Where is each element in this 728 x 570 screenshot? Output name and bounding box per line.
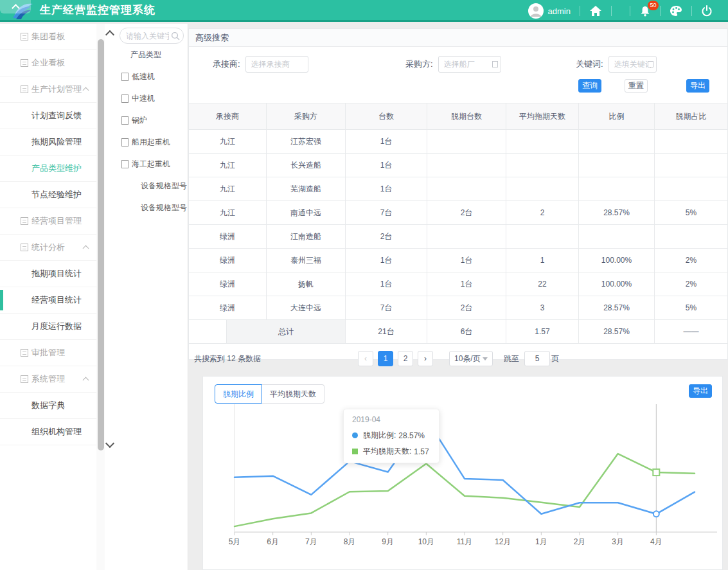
scroll-up-icon[interactable] <box>105 30 114 39</box>
x-axis-label: 6月 <box>265 537 281 547</box>
x-axis-label: 9月 <box>380 537 396 547</box>
sidebar-item-label: 节点经验维护 <box>31 189 82 200</box>
export-button[interactable]: 导出 <box>686 79 709 93</box>
table-cell: 6台 <box>427 320 506 343</box>
total-label: 总计 <box>227 320 346 343</box>
logout-button[interactable] <box>692 0 722 22</box>
table-header-row: 承接商采购方台数脱期台数平均拖期天数比例脱期占比 <box>189 103 727 130</box>
table-cell: 绿洲 <box>189 225 267 248</box>
sidebar-item-label: 拖期项目统计 <box>31 268 82 280</box>
sidebar-item-label: 经营项目统计 <box>31 294 82 306</box>
tree-item[interactable]: 船用起重机 <box>116 131 188 153</box>
table-row: 九江南通中远7台2台228.57%5% <box>189 201 727 225</box>
tree-item[interactable]: 设备规格型号 <box>116 175 188 197</box>
scrollbar-thumb[interactable] <box>98 39 104 450</box>
theme-button[interactable] <box>661 0 691 22</box>
x-axis-label: 7月 <box>303 537 319 547</box>
search-result-panel: 高级搜索 承接商: 采购方: 关键词: <box>188 28 728 360</box>
sidebar-item-label: 企业看板 <box>31 57 65 69</box>
tab-average-delay-days[interactable]: 平均脱期天数 <box>262 384 324 404</box>
menu-button[interactable] <box>612 0 630 22</box>
collapse-chevron-icon <box>12 4 20 12</box>
scroll-down-icon[interactable] <box>105 439 114 448</box>
table-cell: 22 <box>506 272 579 296</box>
sidebar-scrollbar[interactable] <box>96 24 105 570</box>
result-table: 承接商采购方台数脱期台数平均拖期天数比例脱期占比 九江江苏宏强1台九江长兴造船1… <box>189 103 727 344</box>
tree-item[interactable]: 中速机 <box>116 87 188 109</box>
user-menu[interactable]: admin <box>519 0 580 22</box>
tab-delay-ratio[interactable]: 脱期比例 <box>215 384 262 404</box>
sidebar-item[interactable]: 经营项目统计 <box>0 287 96 314</box>
page-buttons: 12 <box>378 351 418 366</box>
tree-item[interactable]: 产品类型 <box>116 44 188 66</box>
reset-button[interactable]: 重置 <box>625 79 648 93</box>
table-cell <box>579 154 655 177</box>
table-cell: 1台 <box>427 272 506 296</box>
menu-item-icon <box>21 244 28 251</box>
sidebar-item[interactable]: 经营项目管理 <box>0 208 96 235</box>
table-cell: 1台 <box>427 249 506 272</box>
tree-item[interactable]: 设备规格型号 <box>116 197 188 218</box>
next-page-button[interactable]: › <box>418 351 433 366</box>
table-cell: 1台 <box>346 154 427 177</box>
column-header: 采购方 <box>267 103 346 129</box>
prev-page-button[interactable]: ‹ <box>358 351 373 366</box>
sidebar-item[interactable]: 系统管理 <box>0 366 96 393</box>
table-cell: 芜湖造船 <box>267 177 346 200</box>
tree-item[interactable]: 锅炉 <box>116 109 188 131</box>
sidebar-item-label: 组织机构管理 <box>31 426 82 438</box>
table-cell: 扬帆 <box>267 272 346 296</box>
palette-icon <box>670 5 682 17</box>
page-size-select[interactable]: 10条/页 <box>449 351 493 366</box>
x-axis-label: 3月 <box>610 537 626 547</box>
tree-item[interactable]: 低速机 <box>116 66 188 87</box>
table-cell: 1台 <box>346 177 427 200</box>
sidebar-item[interactable]: 统计分析 <box>0 235 96 261</box>
username-label: admin <box>548 6 571 16</box>
sidebar-item-label: 统计分析 <box>31 242 65 253</box>
sidebar-item[interactable]: 月度运行数据 <box>0 314 96 340</box>
advanced-search-title: 高级搜索 <box>189 29 727 47</box>
tooltip-series2-value: 1.57 <box>414 447 429 456</box>
home-button[interactable] <box>580 0 611 22</box>
checkbox-placeholder-icon <box>121 116 129 125</box>
sidebar-item[interactable]: 节点经验维护 <box>0 182 96 208</box>
dropdown-caret-icon <box>648 61 653 67</box>
query-button[interactable]: 查询 <box>578 79 601 93</box>
table-cell: 3 <box>506 296 579 319</box>
table-cell: 28.57% <box>579 296 655 319</box>
tooltip-series2-label: 平均脱期天数: <box>363 446 411 457</box>
sidebar-item[interactable]: 计划查询反馈 <box>0 103 96 129</box>
table-row: 九江芜湖造船1台 <box>189 177 727 201</box>
x-axis-label: 12月 <box>495 537 511 547</box>
page-button[interactable]: 2 <box>398 351 413 366</box>
sidebar-item[interactable]: 组织机构管理 <box>0 419 96 445</box>
chart-export-button[interactable]: 导出 <box>689 384 712 398</box>
sidebar-item[interactable]: 企业看板 <box>0 50 96 76</box>
column-header: 台数 <box>346 103 427 129</box>
sidebar-collapse-button[interactable] <box>0 0 31 13</box>
notifications-button[interactable]: 50 <box>630 0 660 22</box>
sidebar-item[interactable]: 拖期风险管理 <box>0 129 96 156</box>
sidebar-scroll-arrows <box>105 24 116 570</box>
tree-item[interactable]: 海工起重机 <box>116 153 188 175</box>
table-cell: 2台 <box>346 225 427 248</box>
sidebar-item-label: 计划查询反馈 <box>31 110 82 121</box>
tree-item-label: 海工起重机 <box>132 159 170 170</box>
chart-tooltip: 2019-04 脱期比例: 28.57% 平均脱期天数: 1.57 <box>343 409 439 463</box>
sidebar-item[interactable]: 集团看板 <box>0 24 96 50</box>
sidebar-item-label: 系统管理 <box>31 373 65 385</box>
page-button[interactable]: 1 <box>378 351 393 366</box>
purchaser-label: 采购方: <box>405 58 433 70</box>
table-cell: 100.00% <box>579 272 655 296</box>
sidebar-item[interactable]: 审批管理 <box>0 340 96 366</box>
sidebar-item[interactable]: 产品类型维护 <box>0 156 96 182</box>
sidebar-item[interactable]: 生产计划管理 <box>0 76 96 103</box>
sidebar-item[interactable]: 数据字典 <box>0 393 96 419</box>
contractor-input[interactable] <box>245 56 308 73</box>
table-cell: 28.57% <box>579 201 655 224</box>
jump-page-input[interactable] <box>524 351 550 366</box>
sidebar-item[interactable]: 拖期项目统计 <box>0 261 96 287</box>
table-row: 九江江苏宏强1台 <box>189 130 727 154</box>
trend-chart-area[interactable]: 5月6月7月8月9月10月11月12月1月2月3月4月 2019-04 脱期比例… <box>203 377 722 569</box>
